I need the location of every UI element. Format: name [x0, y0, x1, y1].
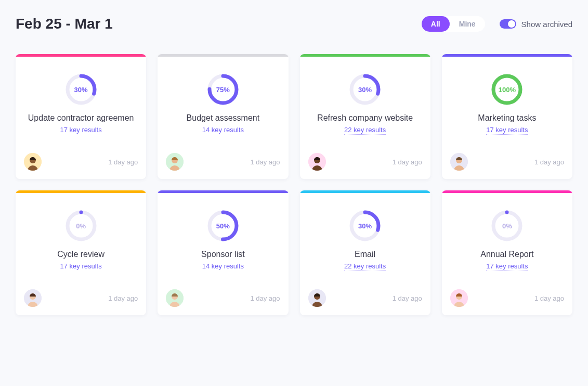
filter-all-button[interactable]: All: [422, 16, 450, 32]
header-controls: All Mine Show archived: [422, 16, 572, 32]
card-accent-bar: [442, 54, 572, 57]
card-timestamp: 1 day ago: [108, 158, 138, 166]
card-timestamp: 1 day ago: [534, 158, 564, 166]
owner-avatar[interactable]: [166, 153, 184, 171]
card-accent-bar: [300, 190, 430, 193]
progress-percent: 50%: [206, 209, 240, 242]
avatar-icon: [24, 153, 42, 171]
key-results-link[interactable]: 22 key results: [344, 262, 386, 271]
key-results-link[interactable]: 14 key results: [202, 126, 244, 134]
avatar-icon: [450, 289, 468, 307]
cards-grid: 30% Update contractor agreemen 17 key re…: [16, 54, 572, 315]
key-results-link[interactable]: 17 key results: [486, 126, 528, 135]
card-title: Annual Report: [480, 250, 533, 259]
objective-card[interactable]: 0% Annual Report 17 key results 1 day ag…: [442, 190, 572, 315]
key-results-link[interactable]: 17 key results: [60, 126, 102, 134]
progress-ring: 75%: [206, 73, 240, 106]
archived-toggle-label: Show archived: [521, 20, 572, 29]
objective-card[interactable]: 50% Sponsor list 14 key results 1 day ag…: [158, 190, 288, 315]
owner-avatar[interactable]: [308, 153, 326, 171]
date-range-title: Feb 25 - Mar 1: [16, 16, 113, 32]
card-title: Refresh company website: [317, 113, 413, 123]
card-accent-bar: [442, 190, 572, 193]
card-accent-bar: [158, 54, 288, 57]
progress-percent: 30%: [348, 209, 382, 242]
progress-ring: 30%: [348, 73, 382, 106]
filter-pill: All Mine: [422, 16, 485, 32]
avatar-icon: [308, 289, 326, 307]
card-title: Email: [355, 250, 375, 259]
card-accent-bar: [300, 54, 430, 57]
avatar-icon: [24, 289, 42, 307]
avatar-icon: [450, 153, 468, 171]
objective-card[interactable]: 0% Cycle review 17 key results 1 day ago: [16, 190, 146, 315]
card-timestamp: 1 day ago: [393, 294, 422, 302]
progress-percent: 75%: [206, 73, 240, 106]
key-results-link[interactable]: 14 key results: [202, 262, 244, 270]
card-title: Budget assessment: [187, 113, 260, 123]
objective-card[interactable]: 100% Marketing tasks 17 key results 1 da…: [442, 54, 572, 179]
archived-toggle[interactable]: [500, 19, 516, 29]
progress-ring: 0%: [490, 209, 524, 242]
owner-avatar[interactable]: [166, 289, 184, 307]
progress-percent: 30%: [348, 73, 382, 106]
objective-card[interactable]: 30% Refresh company website 22 key resul…: [300, 54, 430, 179]
key-results-link[interactable]: 17 key results: [486, 262, 528, 271]
card-timestamp: 1 day ago: [250, 294, 280, 302]
progress-percent: 30%: [64, 73, 98, 106]
card-timestamp: 1 day ago: [534, 294, 564, 302]
progress-percent: 0%: [490, 209, 524, 242]
owner-avatar[interactable]: [450, 289, 468, 307]
avatar-icon: [308, 153, 326, 171]
owner-avatar[interactable]: [24, 153, 42, 171]
filter-mine-button[interactable]: Mine: [450, 16, 485, 32]
progress-percent: 100%: [490, 73, 524, 106]
objective-card[interactable]: 30% Email 22 key results 1 day ago: [300, 190, 430, 315]
progress-ring: 0%: [64, 209, 98, 242]
owner-avatar[interactable]: [308, 289, 326, 307]
avatar-icon: [166, 289, 184, 307]
card-accent-bar: [16, 190, 146, 193]
card-title: Cycle review: [57, 250, 104, 259]
progress-ring: 100%: [490, 73, 524, 106]
objective-card[interactable]: 30% Update contractor agreemen 17 key re…: [16, 54, 146, 179]
card-accent-bar: [16, 54, 146, 57]
progress-percent: 0%: [64, 209, 98, 242]
key-results-link[interactable]: 17 key results: [60, 262, 102, 270]
card-timestamp: 1 day ago: [393, 158, 422, 166]
card-title: Marketing tasks: [478, 113, 536, 123]
card-title: Sponsor list: [201, 250, 245, 259]
card-accent-bar: [158, 190, 288, 193]
archived-toggle-group: Show archived: [500, 19, 572, 29]
progress-ring: 30%: [348, 209, 382, 242]
owner-avatar[interactable]: [24, 289, 42, 307]
progress-ring: 30%: [64, 73, 98, 106]
owner-avatar[interactable]: [450, 153, 468, 171]
objective-card[interactable]: 75% Budget assessment 14 key results 1 d…: [158, 54, 288, 179]
progress-ring: 50%: [206, 209, 240, 242]
key-results-link[interactable]: 22 key results: [344, 126, 386, 135]
card-timestamp: 1 day ago: [108, 294, 138, 302]
card-title: Update contractor agreemen: [28, 113, 134, 123]
card-timestamp: 1 day ago: [250, 158, 280, 166]
avatar-icon: [166, 153, 184, 171]
